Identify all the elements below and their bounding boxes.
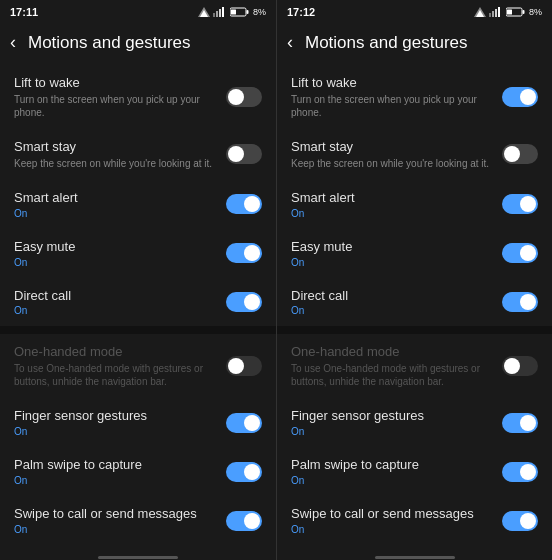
- setting-text: Swipe to call or send messages On: [291, 506, 492, 535]
- setting-status: On: [14, 208, 216, 219]
- setting-item[interactable]: One-handed mode To use One-handed mode w…: [0, 334, 276, 398]
- svg-rect-7: [246, 10, 248, 14]
- toggle-switch[interactable]: [502, 511, 538, 531]
- setting-item[interactable]: Finger sensor gestures On: [0, 398, 276, 447]
- toggle-switch[interactable]: [502, 356, 538, 376]
- toggle-switch[interactable]: [226, 292, 262, 312]
- status-bar: 17:11 8%: [0, 0, 276, 24]
- setting-text: Smart alert On: [291, 190, 492, 219]
- toggle-knob: [504, 358, 520, 374]
- setting-status: On: [14, 475, 216, 486]
- setting-item[interactable]: Smart stay Keep the screen on while you'…: [0, 129, 276, 180]
- bottom-indicator: [98, 556, 178, 559]
- setting-item[interactable]: Palm swipe to capture On: [0, 447, 276, 496]
- bottom-bar: [0, 556, 276, 560]
- toggle-knob: [504, 146, 520, 162]
- toggle-switch[interactable]: [226, 413, 262, 433]
- toggle-switch[interactable]: [502, 243, 538, 263]
- toggle-switch[interactable]: [226, 511, 262, 531]
- svg-rect-5: [222, 7, 224, 17]
- setting-item[interactable]: Direct call On: [277, 278, 552, 327]
- toggle-knob: [244, 294, 260, 310]
- toggle-switch[interactable]: [226, 194, 262, 214]
- toggle-knob: [228, 89, 244, 105]
- setting-label: Palm swipe to capture: [14, 457, 216, 474]
- header: ‹ Motions and gestures: [0, 24, 276, 61]
- setting-text: Easy mute On: [14, 239, 216, 268]
- setting-label: Easy mute: [291, 239, 492, 256]
- toggle-knob: [520, 245, 536, 261]
- setting-status: On: [291, 426, 492, 437]
- setting-label: One-handed mode: [291, 344, 492, 361]
- status-icons: 8%: [474, 7, 542, 17]
- svg-rect-12: [492, 11, 494, 17]
- page-title: Motions and gestures: [305, 33, 468, 53]
- svg-rect-4: [219, 9, 221, 17]
- setting-text: Swipe to call or send messages On: [14, 506, 216, 535]
- setting-text: Finger sensor gestures On: [14, 408, 216, 437]
- status-icons: 8%: [198, 7, 266, 17]
- setting-desc: Turn on the screen when you pick up your…: [291, 93, 492, 119]
- setting-item[interactable]: Finger sensor gestures On: [277, 398, 552, 447]
- status-time: 17:11: [10, 6, 38, 18]
- setting-label: One-handed mode: [14, 344, 216, 361]
- back-button[interactable]: ‹: [10, 32, 16, 53]
- toggle-knob: [228, 146, 244, 162]
- toggle-switch[interactable]: [226, 243, 262, 263]
- setting-item[interactable]: Lift to wake Turn on the screen when you…: [277, 65, 552, 129]
- setting-label: Easy mute: [14, 239, 216, 256]
- screen-right: 17:12 8% ‹ Motions and gestures Lift to …: [276, 0, 552, 560]
- setting-item[interactable]: Easy mute On: [277, 229, 552, 278]
- setting-text: Finger sensor gestures On: [291, 408, 492, 437]
- setting-desc: To use One-handed mode with gestures or …: [14, 362, 216, 388]
- setting-label: Smart alert: [291, 190, 492, 207]
- setting-text: Direct call On: [291, 288, 492, 317]
- setting-item[interactable]: Swipe to call or send messages On: [0, 496, 276, 545]
- toggle-switch[interactable]: [502, 87, 538, 107]
- setting-item[interactable]: One-handed mode To use One-handed mode w…: [277, 334, 552, 398]
- bottom-bar: [277, 556, 552, 560]
- toggle-switch[interactable]: [226, 87, 262, 107]
- setting-item[interactable]: Easy mute On: [0, 229, 276, 278]
- setting-label: Palm swipe to capture: [291, 457, 492, 474]
- toggle-knob: [520, 513, 536, 529]
- setting-item[interactable]: Lift to wake Turn on the screen when you…: [0, 65, 276, 129]
- toggle-switch[interactable]: [502, 413, 538, 433]
- toggle-switch[interactable]: [226, 144, 262, 164]
- status-bar: 17:12 8%: [277, 0, 552, 24]
- setting-label: Direct call: [291, 288, 492, 305]
- toggle-switch[interactable]: [502, 144, 538, 164]
- setting-item[interactable]: Smart alert On: [277, 180, 552, 229]
- setting-desc: Turn on the screen when you pick up your…: [14, 93, 216, 119]
- setting-status: On: [14, 524, 216, 535]
- setting-text: Easy mute On: [291, 239, 492, 268]
- setting-item[interactable]: Palm swipe to capture On: [277, 447, 552, 496]
- setting-item[interactable]: Smart alert On: [0, 180, 276, 229]
- setting-item[interactable]: Smart stay Keep the screen on while you'…: [277, 129, 552, 180]
- toggle-switch[interactable]: [502, 462, 538, 482]
- setting-desc: Keep the screen on while you're looking …: [14, 157, 216, 170]
- svg-rect-2: [213, 13, 215, 17]
- setting-status: On: [291, 257, 492, 268]
- toggle-switch[interactable]: [502, 292, 538, 312]
- setting-label: Smart stay: [14, 139, 216, 156]
- setting-item[interactable]: Direct call On: [0, 278, 276, 327]
- toggle-switch[interactable]: [502, 194, 538, 214]
- toggle-switch[interactable]: [226, 462, 262, 482]
- setting-text: Palm swipe to capture On: [291, 457, 492, 486]
- toggle-knob: [520, 89, 536, 105]
- setting-label: Direct call: [14, 288, 216, 305]
- header: ‹ Motions and gestures: [277, 24, 552, 61]
- toggle-knob: [520, 415, 536, 431]
- toggle-knob: [520, 464, 536, 480]
- toggle-switch[interactable]: [226, 356, 262, 376]
- setting-item[interactable]: Swipe to call or send messages On: [277, 496, 552, 545]
- setting-status: On: [291, 305, 492, 316]
- back-button[interactable]: ‹: [287, 32, 293, 53]
- toggle-knob: [520, 196, 536, 212]
- setting-status: On: [291, 208, 492, 219]
- setting-desc: To use One-handed mode with gestures or …: [291, 362, 492, 388]
- setting-label: Finger sensor gestures: [14, 408, 216, 425]
- toggle-knob: [244, 245, 260, 261]
- divider: [0, 326, 276, 334]
